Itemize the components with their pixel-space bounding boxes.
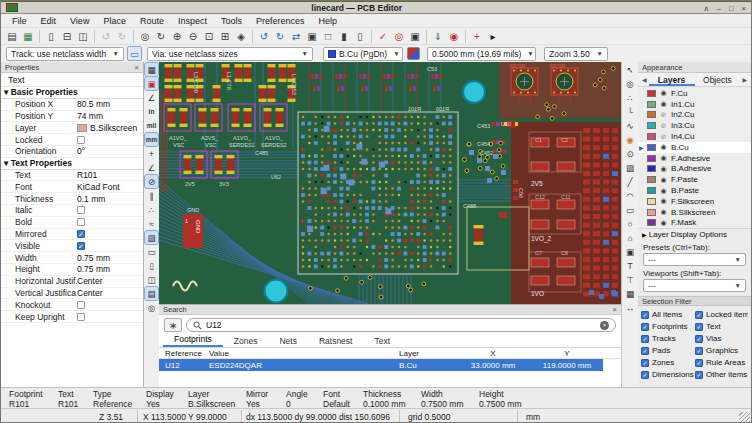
filter-tracks[interactable]: ✓Tracks bbox=[641, 333, 695, 344]
unlock-button[interactable]: ▯ bbox=[352, 29, 368, 44]
checkbox[interactable]: ✓ bbox=[77, 230, 85, 238]
layer-row-b-cu[interactable]: ▶◉B.Cu bbox=[638, 142, 751, 153]
via-size-dropdown[interactable]: Via: use netclass sizes▼ bbox=[147, 47, 313, 61]
layer-row-f-cu[interactable]: ◉F.Cu bbox=[638, 88, 751, 99]
close-icon[interactable]: × bbox=[134, 63, 139, 72]
filter-pads[interactable]: ✓Pads bbox=[641, 345, 695, 356]
draw-polygon-tool-button[interactable]: ⌂ bbox=[624, 231, 637, 244]
eco-button[interactable]: ◉ bbox=[446, 29, 462, 44]
property-value[interactable]: B.Silkscreen bbox=[77, 123, 143, 133]
draw-circle-tool-button[interactable]: ○ bbox=[624, 217, 637, 230]
eye-off-icon[interactable]: ⊘ bbox=[659, 111, 668, 119]
add-image-tool-button[interactable]: ▣ bbox=[624, 245, 637, 258]
eye-off-icon[interactable]: ⊘ bbox=[659, 133, 668, 141]
tab-layers[interactable]: Layers bbox=[649, 73, 695, 86]
layer-swatch[interactable] bbox=[647, 155, 656, 162]
filter-footprints[interactable]: ✓Footprints bbox=[641, 321, 695, 332]
filter-other-items[interactable]: ✓Other items bbox=[695, 369, 748, 380]
column-header-reference[interactable]: Reference bbox=[159, 349, 203, 358]
search-input[interactable]: U12 × bbox=[186, 318, 616, 332]
ratsnest-visibility-button[interactable]: ∴ bbox=[145, 203, 158, 216]
layer-swatch[interactable] bbox=[647, 90, 656, 97]
search-tab-zones[interactable]: Zones bbox=[223, 336, 269, 347]
close-icon[interactable]: × bbox=[742, 4, 746, 13]
zoom-dropdown[interactable]: Zoom 3.50▼ bbox=[544, 47, 608, 61]
property-value[interactable] bbox=[77, 301, 143, 309]
menu-file[interactable]: File bbox=[5, 16, 34, 26]
checkbox[interactable]: ✓ bbox=[695, 347, 703, 355]
eye-icon[interactable]: ◉ bbox=[659, 208, 668, 216]
checkbox[interactable] bbox=[77, 313, 85, 321]
checkbox[interactable] bbox=[77, 218, 85, 226]
add-footprint-tool-button[interactable]: ⊙ bbox=[624, 147, 637, 160]
maximize-icon[interactable]: □ bbox=[729, 4, 734, 13]
property-section-header[interactable]: ▾ Text Properties bbox=[1, 158, 143, 170]
menu-view[interactable]: View bbox=[63, 16, 96, 26]
layer-swatch[interactable] bbox=[647, 122, 656, 129]
zone-display-mode-button[interactable]: ▨ bbox=[145, 231, 158, 244]
checkbox[interactable]: ✓ bbox=[641, 335, 649, 343]
layer-row-f-paste[interactable]: ◉F.Paste bbox=[638, 174, 751, 185]
search-tab-text[interactable]: Text bbox=[363, 336, 401, 347]
filter-graphics[interactable]: ✓Graphics bbox=[695, 345, 748, 356]
curved-ratsnest-button[interactable]: ≈ bbox=[145, 217, 158, 230]
layer-row-b-silkscreen[interactable]: ◉B.Silkscreen bbox=[638, 207, 751, 218]
properties-panel-toggle-button[interactable]: ▤ bbox=[145, 287, 158, 300]
property-value[interactable] bbox=[77, 206, 143, 214]
property-value[interactable]: 0.75 mm bbox=[77, 264, 143, 274]
filter-rule-areas[interactable]: ✓Rule Areas bbox=[695, 357, 748, 368]
grid-size-dropdown[interactable]: 0.5000 mm (19.69 mils)▼ bbox=[427, 47, 536, 61]
drc-button[interactable]: ✓ bbox=[375, 29, 391, 44]
layer-swatch[interactable] bbox=[647, 144, 656, 151]
menu-place[interactable]: Place bbox=[96, 16, 133, 26]
property-value[interactable]: 0.1 mm bbox=[77, 194, 143, 204]
menu-route[interactable]: Route bbox=[133, 16, 171, 26]
zoom-out-button[interactable]: ⊖ bbox=[185, 29, 201, 44]
plot-button[interactable]: ◫ bbox=[75, 29, 91, 44]
zoom-fit-objects-button[interactable]: ⊞ bbox=[217, 29, 233, 44]
checkbox[interactable]: ✓ bbox=[695, 311, 703, 319]
add-dimension-tool-button[interactable]: ↔ bbox=[624, 301, 637, 314]
layer-swatch[interactable] bbox=[647, 198, 656, 205]
eye-off-icon[interactable]: ⊘ bbox=[659, 122, 668, 130]
route-diff-pairs-tool-button[interactable]: ∿ bbox=[624, 119, 637, 132]
layer-row-f-silkscreen[interactable]: ◉F.Silkscreen bbox=[638, 196, 751, 207]
layer-swatch[interactable] bbox=[647, 176, 656, 183]
footprint-checker-button[interactable]: ◎ bbox=[391, 29, 407, 44]
layer-pair-button[interactable] bbox=[407, 47, 420, 60]
tab-scroll-right-icon[interactable]: ▶ bbox=[740, 76, 749, 83]
crosshair-style-button[interactable]: + bbox=[145, 147, 158, 160]
layer-swatch[interactable] bbox=[647, 165, 656, 172]
sketch-pads-button[interactable]: ▭ bbox=[145, 245, 158, 258]
eye-icon[interactable]: ◉ bbox=[659, 165, 668, 173]
units-inches-button[interactable]: in bbox=[145, 105, 158, 118]
property-value[interactable] bbox=[77, 136, 143, 144]
update-pcb-from-schematic-button[interactable]: ⇓ bbox=[430, 29, 446, 44]
eye-icon[interactable]: ◉ bbox=[659, 187, 668, 195]
find-button[interactable]: ◎ bbox=[137, 29, 153, 44]
layer-row-in1-cu[interactable]: ◉In1.Cu bbox=[638, 99, 751, 110]
flip-button[interactable]: ⇄ bbox=[288, 29, 304, 44]
property-value[interactable]: Center bbox=[77, 288, 143, 298]
add-via-tool-button[interactable]: ◉ bbox=[624, 133, 637, 146]
property-section-header[interactable]: ▾ Basic Properties bbox=[1, 87, 143, 99]
menu-inspect[interactable]: Inspect bbox=[171, 16, 214, 26]
zoom-selection-button[interactable]: ◈ bbox=[233, 29, 249, 44]
layer-swatch[interactable] bbox=[647, 209, 656, 216]
highlight-net-tool-button[interactable]: ◎ bbox=[624, 77, 637, 90]
local-ratsnest-tool-button[interactable]: ∴ bbox=[624, 91, 637, 104]
filter-locked-items[interactable]: ✓Locked items bbox=[695, 309, 748, 320]
tab-objects[interactable]: Objects bbox=[695, 73, 741, 86]
track-display-mode-button[interactable]: ∥ bbox=[145, 189, 158, 202]
search-tab-ratsnest[interactable]: Ratsnest bbox=[308, 336, 364, 347]
property-value[interactable]: ✓ bbox=[77, 242, 143, 250]
drawing-sheet-button[interactable]: ▯ bbox=[145, 259, 158, 272]
column-header-value[interactable]: Value bbox=[203, 349, 393, 358]
viewports-dropdown[interactable]: --- ▼ bbox=[643, 279, 746, 292]
units-mils-button[interactable]: mil bbox=[145, 119, 158, 132]
search-result-row[interactable]: U12ESD224DQARB.Cu33.0000 mm119.0000 mm bbox=[159, 359, 603, 371]
eye-icon[interactable]: ◉ bbox=[659, 197, 668, 205]
column-header-x[interactable]: X bbox=[455, 349, 531, 358]
zoom-in-button[interactable]: ⊕ bbox=[169, 29, 185, 44]
menu-help[interactable]: Help bbox=[312, 16, 345, 26]
